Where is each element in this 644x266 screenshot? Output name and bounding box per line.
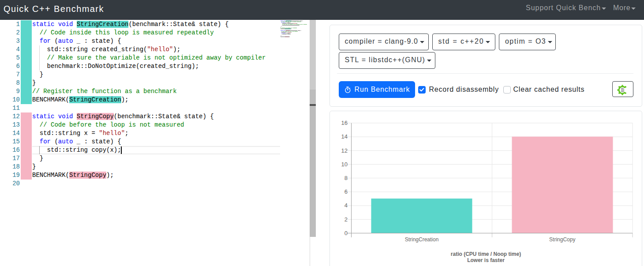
svg-text:Lower is faster: Lower is faster bbox=[467, 257, 505, 263]
svg-text:ratio (CPU time / Noop time): ratio (CPU time / Noop time) bbox=[450, 251, 520, 257]
svg-text:2: 2 bbox=[344, 216, 347, 222]
svg-text:StringCreation: StringCreation bbox=[404, 236, 438, 243]
svg-text:4: 4 bbox=[344, 202, 347, 209]
svg-text:6: 6 bbox=[344, 188, 347, 195]
svg-text:14: 14 bbox=[341, 133, 347, 140]
svg-text:StringCopy: StringCopy bbox=[549, 236, 575, 243]
svg-text:0: 0 bbox=[344, 229, 347, 236]
svg-text:10: 10 bbox=[341, 161, 347, 167]
svg-text:12: 12 bbox=[341, 147, 347, 154]
svg-text:16: 16 bbox=[341, 120, 347, 126]
svg-text:8: 8 bbox=[344, 174, 347, 181]
